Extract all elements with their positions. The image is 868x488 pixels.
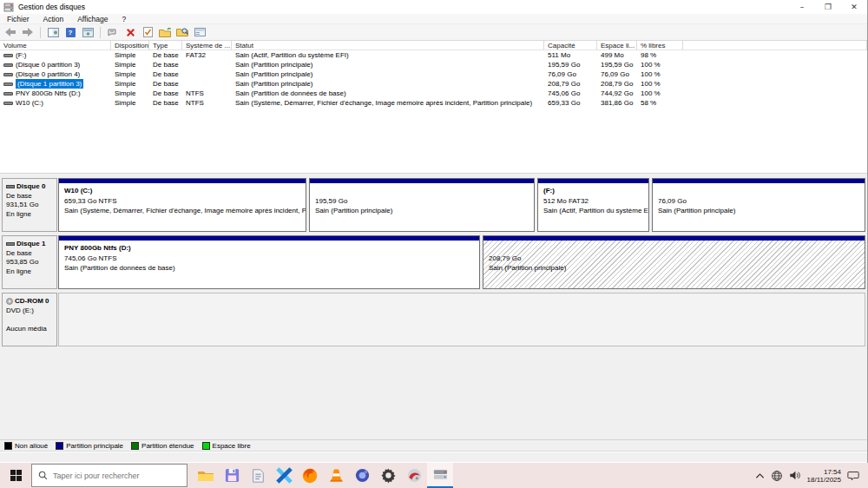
start-button[interactable] [0, 463, 31, 488]
delete-volume-icon[interactable] [123, 26, 137, 39]
volume-row[interactable]: (Disque 0 partition 4) Simple De base Sa… [0, 69, 867, 79]
partition-box-d1p3-selected[interactable]: 208,79 Go Sain (Partition principale) [483, 235, 865, 289]
legend-bar: Non alloué Partition principale Partitio… [0, 439, 867, 452]
menu-affichage[interactable]: Affichage [70, 15, 115, 23]
col-disposition[interactable]: Disposition [111, 41, 149, 50]
disk-kind: De base [6, 249, 55, 259]
vlc-icon[interactable] [323, 463, 349, 488]
partition-box-d0p4[interactable]: 76,09 Go Sain (Partition principale) [652, 178, 865, 232]
search-input[interactable] [53, 472, 174, 480]
disk-kind: DVD (E:) [6, 307, 55, 316]
menu-action[interactable]: Action [36, 15, 71, 23]
partition-status: Sain (Partition principale) [658, 206, 865, 216]
partition-box-d0p3[interactable]: 195,59 Go Sain (Partition principale) [309, 178, 535, 232]
blue-x-app-icon[interactable] [271, 463, 297, 488]
layout-icon[interactable] [193, 26, 207, 39]
volume-row[interactable]: W10 (C:) Simple De base NTFS Sain (Systè… [0, 98, 867, 108]
disk-name: Disque 0 [16, 182, 45, 192]
cell-fs: NTFS [182, 89, 232, 98]
disk-state: En ligne [6, 267, 55, 277]
action-pane-icon[interactable] [106, 26, 120, 39]
forward-icon[interactable] [21, 26, 35, 39]
settings-icon[interactable] [375, 463, 401, 488]
close-button[interactable]: ✕ [841, 0, 867, 14]
cd-icon [6, 298, 13, 305]
disk-icon [6, 185, 15, 188]
explorer-icon[interactable] [193, 463, 219, 488]
cell-fs [182, 79, 232, 89]
chevron-up-icon[interactable] [755, 472, 765, 479]
windows-logo-icon [10, 470, 22, 481]
volume-name: (Disque 0 partition 3) [16, 60, 80, 69]
tree-toggle-icon[interactable] [46, 26, 60, 39]
disk-management-icon[interactable] [427, 463, 453, 488]
partition-box-pny[interactable]: PNY 800Gb Ntfs (D:) 745,06 Go NTFS Sain … [58, 235, 480, 289]
status-bar [0, 452, 867, 462]
volume-icon[interactable] [789, 470, 801, 481]
find-folder-icon[interactable] [175, 26, 189, 39]
cdrom-label-panel[interactable]: CD-ROM 0 DVD (E:) Aucun média [2, 293, 57, 346]
taskbar-clock[interactable]: 17:54 18/11/2025 [807, 468, 841, 484]
col-type[interactable]: Type [149, 41, 182, 50]
disk-name: Disque 1 [16, 240, 45, 249]
volume-row[interactable]: PNY 800Gb Ntfs (D:) Simple De base NTFS … [0, 89, 867, 98]
minimize-button[interactable]: – [789, 0, 815, 14]
volume-row-selected[interactable]: (Disque 1 partition 3) Simple De base Sa… [0, 79, 867, 89]
firefox-icon[interactable] [297, 463, 323, 488]
network-globe-icon[interactable] [771, 470, 783, 482]
col-filesystem[interactable]: Système de ... [182, 41, 232, 50]
restore-button[interactable]: ❐ [815, 0, 841, 14]
cdrom-media-area[interactable] [58, 293, 865, 346]
clock-time: 17:54 [807, 468, 841, 476]
volume-row[interactable]: (F:) Simple De base FAT32 Sain (Actif, P… [0, 50, 867, 60]
help-icon[interactable]: ? [63, 26, 77, 39]
action-center-icon[interactable] [847, 470, 859, 481]
disk-size: 931,51 Go [6, 201, 55, 210]
cell-espace: 381,86 Go [597, 98, 637, 108]
menu-fichier[interactable]: Fichier [0, 15, 36, 23]
cell-espace: 76,09 Go [597, 69, 637, 79]
floppy-app-icon[interactable] [219, 463, 245, 488]
col-capacite[interactable]: Capacité [544, 41, 597, 50]
volume-row[interactable]: (Disque 0 partition 3) Simple De base Sa… [0, 60, 867, 69]
partition-title [489, 243, 865, 254]
taskbar-search[interactable] [31, 464, 187, 487]
volume-list-header: Volume Disposition Type Système de ... S… [0, 41, 867, 50]
cell-capacite: 745,06 Go [544, 89, 597, 98]
volume-icon [3, 82, 13, 86]
partition-box-efi[interactable]: (F:) 512 Mo FAT32 Sain (Actif, Partition… [537, 178, 649, 232]
desktop-screen: Gestion des disques – ❐ ✕ Fichier Action… [0, 0, 868, 488]
disk-state: Aucun média [6, 325, 55, 334]
legend-label: Espace libre [213, 442, 251, 450]
cell-fs: NTFS [182, 98, 232, 108]
red-swirl-app-icon[interactable] [401, 463, 427, 488]
cell-type: De base [149, 60, 182, 69]
disk1-label-panel[interactable]: Disque 1 De base 953,85 Go En ligne [2, 235, 57, 289]
partition-size: 195,59 Go [315, 196, 534, 207]
col-espace-libre[interactable]: Espace li... [597, 41, 637, 50]
partition-status: Sain (Partition de données de base) [64, 263, 479, 274]
col-volume[interactable]: Volume [0, 41, 111, 50]
back-icon[interactable] [3, 26, 17, 39]
title-bar[interactable]: Gestion des disques – ❐ ✕ [0, 0, 867, 14]
volume-icon [3, 63, 13, 67]
disk0-label-panel[interactable]: Disque 0 De base 931,51 Go En ligne [2, 178, 57, 232]
col-pct-libres[interactable]: % libres [637, 41, 683, 50]
notes-app-icon[interactable] [245, 463, 271, 488]
cell-capacite: 208,79 Go [544, 79, 597, 89]
partition-box-w10[interactable]: W10 (C:) 659,33 Go NTFS Sain (Système, D… [58, 178, 306, 232]
properties-check-icon[interactable] [141, 26, 155, 39]
cell-espace: 744,92 Go [597, 89, 637, 98]
console-window-icon[interactable] [81, 26, 95, 39]
partition-title [315, 186, 534, 196]
menu-help[interactable]: ? [115, 15, 133, 23]
partition-size: 76,09 Go [658, 196, 865, 207]
cell-disposition: Simple [111, 79, 149, 89]
blue-app-icon[interactable] [349, 463, 375, 488]
toolbar: ? [0, 24, 867, 41]
col-statut[interactable]: Statut [232, 41, 544, 50]
search-icon [38, 471, 48, 480]
open-folder-icon[interactable] [158, 26, 172, 39]
partition-title [658, 186, 865, 196]
cell-capacite: 659,33 Go [544, 98, 597, 108]
